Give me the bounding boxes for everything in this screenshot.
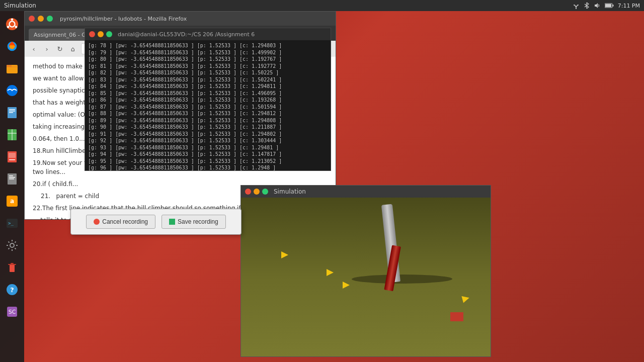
dock-item-firefox[interactable] [2,36,22,56]
volume-icon [594,2,601,9]
sim-title-text: Simulation [274,188,306,195]
dock-item-amazon[interactable]: a [2,191,22,211]
network-icon [573,2,580,9]
window-max-btn[interactable] [47,16,53,22]
term-min-btn[interactable] [98,31,104,37]
save-recording-btn[interactable]: Save recording [162,215,226,229]
dock-item-terminal[interactable]: >_ [2,213,22,233]
nav-reload-btn[interactable]: ↻ [55,44,65,54]
sim-min-btn[interactable] [254,189,260,195]
svg-text:SC: SC [9,309,16,315]
dock-item-files[interactable] [2,58,22,78]
term-line-86: [g: 86 ] [pw: -3.6545488811850633 ] [p: … [88,97,328,104]
cancel-recording-label: Cancel recording [102,218,148,225]
ubuntu-logo-icon [6,18,19,31]
sim-max-btn[interactable] [262,189,268,195]
cancel-recording-icon [94,219,100,225]
term-line-93: [g: 93 ] [pw: -3.6545488811850633 ] [p: … [88,144,328,151]
dock-item-software[interactable]: SC [2,302,22,322]
text-editor-icon [6,172,19,186]
thunderbird-icon [6,84,19,97]
svg-rect-13 [7,65,12,67]
dock-item-thunderbird[interactable] [2,80,22,101]
svg-point-9 [15,26,18,28]
term-line-85: [g: 85 ] [pw: -3.6545488811850633 ] [p: … [88,90,328,97]
nav-home-btn[interactable]: ⌂ [68,44,78,54]
term-line-96: [g: 96 ] [pw: -3.6545488811850633 ] [p: … [88,164,328,170]
save-recording-icon [169,219,175,225]
files-icon [6,62,19,75]
svg-point-7 [11,18,14,21]
taskbar-left: Simulation [4,2,36,9]
application-dock: a >_ [0,11,24,362]
firefox-titlebar: pyrosim/hillclimber - ludobots - Mozilla… [25,12,336,26]
term-line-89: [g: 89 ] [pw: -3.6545488811850633 ] [p: … [88,117,328,124]
term-line-83: [g: 83 ] [pw: -3.6545488811850633 ] [p: … [88,76,328,83]
trash-icon [6,261,19,274]
firefox-icon [6,40,19,53]
sim-close-btn[interactable] [245,189,251,195]
term-line-84: [g: 84 ] [pw: -3.6545488811850633 ] [p: … [88,83,328,90]
term-line-78: [g: 78 ] [pw: -3.6545488811850633 ] [p: … [88,42,328,49]
term-line-90: [g: 90 ] [pw: -3.6545488811850633 ] [p: … [88,124,328,131]
term-line-80: [g: 80 ] [pw: -3.6545488811850633 ] [p: … [88,56,328,63]
svg-point-8 [7,26,10,28]
nav-back-btn[interactable]: ‹ [29,44,39,54]
window-min-btn[interactable] [38,16,44,22]
sim-arrow-3 [343,282,350,289]
firefox-title: pyrosim/hillclimber - ludobots - Mozilla… [60,16,187,22]
term-line-82: [g: 82 ] [pw: -3.6545488811850633 ] [p: … [88,69,328,76]
svg-rect-23 [9,153,16,158]
dock-item-impress[interactable] [2,147,22,167]
svg-point-33 [10,243,14,247]
term-max-btn[interactable] [106,31,112,37]
term-line-79: [g: 79 ] [pw: -3.6545488811850633 ] [p: … [88,49,328,56]
svg-rect-35 [8,264,16,265]
libreoffice-impress-icon [6,150,19,163]
svg-rect-28 [9,178,14,179]
desktop: Simulation 7:11 PM [0,0,644,362]
svg-rect-26 [9,175,13,176]
svg-text:a: a [10,198,14,205]
nav-forward-btn[interactable]: › [42,44,52,54]
svg-text:?: ? [10,286,14,294]
dock-item-trash[interactable] [2,257,22,278]
recording-dialog: Cancel recording Save recording [70,209,242,235]
terminal-output: [g: 78 ] [pw: -3.6545488811850633 ] [p: … [85,40,331,170]
svg-rect-18 [9,112,13,113]
simulation-window: Simulation [240,185,491,357]
save-recording-label: Save recording [178,218,218,225]
terminal-icon: >_ [6,217,19,230]
bluetooth-icon [584,2,590,9]
term-line-92: [g: 92 ] [pw: -3.6545488811850633 ] [p: … [88,137,328,144]
svg-rect-24 [9,159,15,160]
svg-point-0 [576,8,577,9]
term-line-81: [g: 81 ] [pw: -3.6545488811850633 ] [p: … [88,63,328,70]
terminal-titlebar: danial@danial-GL553VD:~/CS 206 /Assignme… [85,28,331,40]
window-close-btn[interactable] [29,16,35,22]
taskbar-top: Simulation 7:11 PM [0,0,644,11]
dock-item-help[interactable]: ? [2,280,22,300]
sim-arrow-2 [327,269,334,276]
dock-item-calc[interactable] [2,125,22,145]
svg-rect-27 [9,177,15,178]
software-icon: SC [6,305,19,318]
battery-icon [605,3,614,8]
term-line-94: [g: 94 ] [pw: -3.6545488811850633 ] [p: … [88,151,328,158]
dock-item-text-editor[interactable] [2,169,22,189]
term-line-87: [g: 87 ] [pw: -3.6545488811850633 ] [p: … [88,104,328,111]
dock-item-settings[interactable] [2,235,22,255]
terminal-path: danial@danial-GL553VD:~/CS 206 /Assignme… [118,31,255,38]
terminal-window: danial@danial-GL553VD:~/CS 206 /Assignme… [85,28,331,171]
dock-item-ubuntu[interactable] [2,14,22,34]
simulation-canvas [241,198,491,356]
term-close-btn[interactable] [89,31,95,37]
term-line-91: [g: 91 ] [pw: -3.6545488811850633 ] [p: … [88,131,328,138]
term-line-88: [g: 88 ] [pw: -3.6545488811850633 ] [p: … [88,110,328,117]
settings-icon [6,239,19,252]
amazon-icon: a [6,195,19,208]
cancel-recording-btn[interactable]: Cancel recording [86,215,155,229]
time-display: 7:11 PM [618,3,640,9]
dock-item-writer[interactable] [2,103,22,123]
tray-icons: 7:11 PM [573,2,640,9]
